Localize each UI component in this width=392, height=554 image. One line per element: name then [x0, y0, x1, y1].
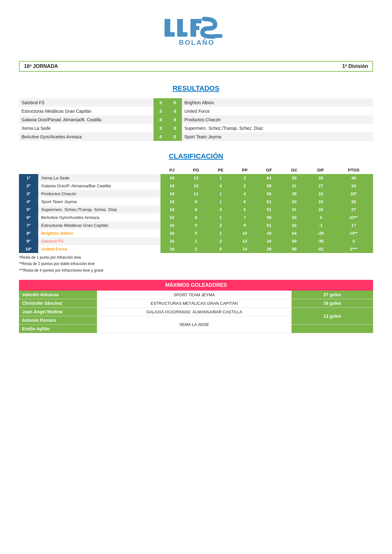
clas-team: BeActive Gym/Aceites Arreaza [38, 214, 161, 221]
note-line: ***Resta de 4 puntos por infracciones le… [19, 267, 373, 274]
clas-row: 10º United Force 1620142990-612*** [19, 245, 373, 253]
clas-pp: 6 [233, 198, 257, 206]
th-pp: PP [233, 166, 257, 174]
player-name: Christofer Sánchez [19, 299, 97, 308]
clas-ptos: 33* [334, 190, 373, 198]
clas-gc: 52 [281, 221, 307, 229]
clas-gf: 61 [257, 198, 281, 206]
clas-pe: 2 [209, 237, 233, 245]
clas-pos: 6º [19, 214, 38, 221]
player-team: GALAXIA OCIO/PANAD. ALMANSA/BAR CASTILLA [97, 308, 292, 316]
svg-rect-1 [165, 32, 175, 37]
clas-gc: 59 [281, 237, 307, 245]
resultados-section: RESULTADOS Salobral FS 3 5 Brighton Albi… [19, 84, 373, 141]
clasificacion-notes: *Resta de 1 punto por infracción leve**R… [19, 254, 373, 274]
clas-dif: 27 [307, 182, 334, 190]
away-team: Supermerc. Schez./Transp. Schez. Díaz [182, 124, 373, 132]
clas-ptos: 27 [334, 206, 373, 214]
clas-team: Galaxia Ocio/P. Almansa/Bar Castilla [38, 182, 161, 190]
clas-gf: 51 [257, 221, 281, 229]
player-goals [292, 325, 373, 333]
th-empty [19, 166, 160, 174]
clas-pp: 5 [233, 206, 257, 214]
clas-pj: 16 [160, 229, 183, 237]
clas-dif: 18 [307, 198, 334, 206]
clas-pe: 1 [209, 190, 233, 198]
clas-pj: 16 [160, 174, 183, 182]
clas-pe: 0 [209, 245, 233, 253]
score-away: 4 [168, 115, 182, 124]
th-dif: DIF [307, 166, 334, 174]
clas-row: 7º Estructuras Metálicas Gran Capitán 16… [19, 221, 373, 229]
result-row: Xema La Sede 3 3 Supermerc. Schez./Trans… [19, 124, 373, 132]
th-ptos: PTOS [334, 166, 373, 174]
home-team: Salobral FS [19, 98, 154, 107]
goleador-row: Valentín Almansa SPORT TEAM JEYMA 27 gol… [19, 291, 373, 299]
clas-pp: 7 [233, 214, 257, 221]
score-home: 4 [154, 115, 168, 124]
score-away: 4 [168, 107, 182, 115]
home-team: BeActive Gym/Aceites Arreaza [19, 132, 154, 141]
svg-rect-8 [214, 34, 222, 38]
clas-dif: 35 [307, 174, 334, 182]
clas-gf: 29 [257, 245, 281, 253]
away-team: Brighton Albion [182, 98, 373, 107]
clas-gf: 56 [257, 190, 281, 198]
goleador-row: Juan Ángel Medina GALAXIA OCIO/PANAD. AL… [19, 308, 373, 316]
clas-pj: 16 [160, 214, 183, 221]
clas-ptos: 17 [334, 221, 373, 229]
clas-dif: 4 [307, 214, 334, 221]
clas-pos: 2º [19, 182, 38, 190]
logo-svg: BOLAÑO [161, 16, 231, 47]
clas-ptos: 2*** [334, 245, 373, 253]
division-label: 1ª División [342, 63, 368, 69]
clas-pg: 9 [184, 198, 209, 206]
goleadores-section: MÁXIMOS GOLEADORES Valentín Almansa SPOR… [19, 280, 373, 333]
clas-row: 2º Galaxia Ocio/P. Almansa/Bar Castilla … [19, 182, 373, 190]
player-team: SPORT TEAM JEYMA [97, 291, 292, 299]
clas-team: Supermerc. Schez./Transp. Schez. Díaz [38, 206, 161, 214]
th-pe: PE [209, 166, 233, 174]
goleador-row: Christofer Sánchez ESTRUCTURAS METÁLICAS… [19, 299, 373, 308]
resultados-table: Salobral FS 3 5 Brighton Albion Estructu… [19, 98, 373, 141]
clas-row: 9º Salobral FS 1612132459-355 [19, 237, 373, 245]
away-team: Sport Team Jeyma [182, 132, 373, 141]
home-team: Xema La Sede [19, 124, 154, 132]
clas-gc: 38 [281, 190, 307, 198]
clas-row: 3º Productos Chacón 16111456381833* [19, 190, 373, 198]
svg-rect-5 [190, 19, 202, 23]
clas-pos: 7º [19, 221, 38, 229]
result-row: Salobral FS 3 5 Brighton Albion [19, 98, 373, 107]
score-home: 3 [154, 107, 168, 115]
player-name: Emilio Ayllón [19, 325, 97, 333]
clas-dif: 20 [307, 206, 334, 214]
note-line: *Resta de 1 punto por infracción leve [19, 254, 373, 261]
svg-rect-6 [190, 26, 199, 30]
player-team: ESTRUCTURAS METÁLICAS GRAN CAPITÁN [97, 299, 292, 308]
clas-pp: 2 [233, 182, 257, 190]
clas-pg: 1 [184, 237, 209, 245]
clas-pj: 16 [160, 182, 183, 190]
clas-pos: 8º [19, 229, 38, 237]
clas-pj: 16 [160, 198, 183, 206]
score-home: 4 [154, 132, 168, 141]
clas-row: 6º BeActive Gym/Aceites Arreaza 16817565… [19, 214, 373, 221]
clas-pos: 3º [19, 190, 38, 198]
clas-dif: -35 [307, 237, 334, 245]
clas-pos: 9º [19, 237, 38, 245]
clas-pj: 16 [160, 237, 183, 245]
clas-team: United Force [38, 245, 161, 253]
clasificacion-title: CLASIFICACIÓN [19, 152, 373, 160]
clas-dif: -61 [307, 245, 334, 253]
th-pj: PJ [160, 166, 183, 174]
jornada-label: 16ª JORNADA [24, 63, 58, 69]
clas-team: Brighton Albion [38, 229, 161, 237]
clas-row: 5º Supermerc. Schez./Transp. Schez. Díaz… [19, 206, 373, 214]
clas-pos: 10º [19, 245, 38, 253]
clasificacion-table: PJ PG PE PP GF GC DIF PTOS 1º Xema La Se… [19, 166, 373, 253]
clas-gc: 29 [281, 174, 307, 182]
clas-pos: 4º [19, 198, 38, 206]
clas-pos: 5º [19, 206, 38, 214]
clas-pg: 8 [184, 214, 209, 221]
clas-pe: 3 [209, 206, 233, 214]
